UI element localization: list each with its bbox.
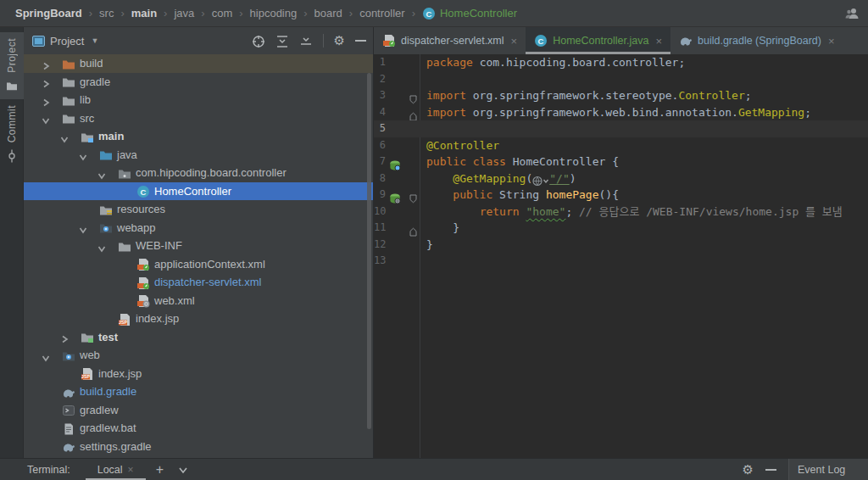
chevron-down-icon[interactable] xyxy=(97,241,107,251)
editor-tab-homecontroller-java[interactable]: CHomeController.java× xyxy=(526,27,670,54)
tree-row-gradlew-bat[interactable]: gradlew.bat xyxy=(24,419,373,438)
tool-window-button-commit[interactable]: Commit xyxy=(0,99,24,169)
code-line-9[interactable]: 9 public String homePage(){ xyxy=(374,187,868,204)
chevron-down-icon[interactable] xyxy=(41,114,51,124)
spring-bean-method-icon[interactable] xyxy=(389,189,401,201)
editor-tab-build-gradle-springboard-[interactable]: build.gradle (SpringBoard)× xyxy=(670,27,843,54)
code-token: public xyxy=(453,188,499,201)
folder-resources-icon xyxy=(99,204,113,217)
collapse-all-icon[interactable] xyxy=(299,33,313,48)
code-line-11[interactable]: 11 } xyxy=(374,220,868,237)
editor-tab-dispatcher-servlet-xml[interactable]: dispatcher-servlet.xml× xyxy=(374,27,526,54)
terminal-tab-local[interactable]: Local × xyxy=(94,459,137,480)
breadcrumb-item-main[interactable]: main xyxy=(128,7,160,20)
close-icon[interactable]: × xyxy=(828,35,835,47)
code-line-6[interactable]: 6@Controller xyxy=(374,137,868,154)
tree-row-build[interactable]: build xyxy=(24,54,373,73)
close-icon[interactable]: × xyxy=(128,464,134,476)
code-line-1[interactable]: 1package com.hipcoding.board.controller; xyxy=(374,54,868,71)
tree-row-index-jsp[interactable]: JSPindex.jsp xyxy=(24,365,373,383)
code-token: @Controller xyxy=(426,139,499,152)
breadcrumb-item-com[interactable]: com xyxy=(209,7,236,20)
breadcrumb-item-springboard[interactable]: SpringBoard xyxy=(12,7,86,20)
tree-row-gradlew[interactable]: gradlew xyxy=(24,401,373,420)
code-line-3[interactable]: 3import org.springframework.stereotype.C… xyxy=(374,87,868,104)
chevron-down-icon[interactable] xyxy=(78,223,88,233)
locate-file-icon[interactable] xyxy=(252,33,265,48)
tree-row-com-hipcoding-board-controller[interactable]: com.hipcoding.board.controller xyxy=(24,164,373,182)
code-line-13[interactable]: 13 xyxy=(374,253,868,270)
tree-row-lib[interactable]: lib xyxy=(24,91,373,109)
terminal-settings-icon[interactable]: ⚙ xyxy=(743,462,754,477)
project-panel-header: Project ▼ ⚙ xyxy=(24,27,373,54)
chevron-down-icon[interactable] xyxy=(177,464,189,476)
code-line-5[interactable]: 5 xyxy=(374,120,868,137)
tree-row-dispatcher-servlet-xml[interactable]: dispatcher-servlet.xml xyxy=(24,273,373,292)
chevron-down-icon[interactable] xyxy=(41,350,51,360)
code-editor[interactable]: 1package com.hipcoding.board.controller;… xyxy=(374,54,868,458)
tree-row-resources[interactable]: resources xyxy=(24,200,373,219)
chevron-down-icon xyxy=(97,243,107,254)
new-terminal-icon[interactable]: + xyxy=(156,462,164,477)
tree-row-gradle[interactable]: gradle xyxy=(24,73,373,92)
breadcrumb-separator: › xyxy=(410,7,417,20)
tool-window-view-icon[interactable] xyxy=(32,33,45,48)
close-icon[interactable]: × xyxy=(511,35,518,47)
event-log-button[interactable]: Event Log xyxy=(788,459,868,480)
tree-row-settings-gradle[interactable]: settings.gradle xyxy=(24,438,373,456)
code-text: public String homePage(){ xyxy=(426,187,619,204)
breadcrumb-item-java[interactable]: java xyxy=(170,7,198,20)
chevron-down-icon[interactable] xyxy=(97,168,107,178)
tree-row-homecontroller[interactable]: CHomeController xyxy=(24,182,373,201)
breadcrumb-separator: › xyxy=(237,7,244,20)
tree-row-test[interactable]: test xyxy=(24,328,373,347)
spring-bean-icon[interactable] xyxy=(389,156,401,168)
chevron-down-icon[interactable] xyxy=(59,131,70,142)
tree-row-web[interactable]: web xyxy=(24,346,373,365)
settings-gear-icon[interactable]: ⚙ xyxy=(334,33,345,48)
chevron-right-icon[interactable] xyxy=(41,77,51,87)
close-icon[interactable]: × xyxy=(655,35,662,47)
tree-row-applicationcontext-xml[interactable]: applicationContext.xml xyxy=(24,255,373,274)
line-number: 9 xyxy=(374,187,386,204)
tree-row-webapp[interactable]: webapp xyxy=(24,219,373,237)
code-line-8[interactable]: 8 @GetMapping("/") xyxy=(374,170,868,187)
hide-terminal-icon[interactable] xyxy=(765,469,776,471)
breadcrumb-item-homecontroller[interactable]: CHomeController xyxy=(419,7,520,20)
tree-row-label: main xyxy=(98,130,124,142)
web-xml-icon xyxy=(136,294,150,308)
breadcrumb-label: board xyxy=(314,7,342,20)
folder-icon xyxy=(62,112,75,126)
tree-row-src[interactable]: src xyxy=(24,109,373,128)
chevron-down-icon[interactable]: ▼ xyxy=(91,36,98,45)
hide-panel-icon[interactable] xyxy=(355,40,366,42)
code-line-2[interactable]: 2 xyxy=(374,71,868,88)
code-line-4[interactable]: 4import org.springframework.web.bind.ann… xyxy=(374,104,868,121)
tree-scrollbar[interactable] xyxy=(367,73,371,429)
gradle-icon xyxy=(62,440,75,454)
breadcrumb-item-board[interactable]: board xyxy=(311,7,346,20)
tree-row-label: java xyxy=(117,148,137,161)
code-line-7[interactable]: 7public class HomeController { xyxy=(374,153,868,170)
expand-all-icon[interactable] xyxy=(275,33,289,48)
tree-row-main[interactable]: main xyxy=(24,127,373,146)
tree-row-build-gradle[interactable]: build.gradle xyxy=(24,382,373,401)
breadcrumb-item-controller[interactable]: controller xyxy=(356,7,408,20)
chevron-right-icon[interactable] xyxy=(41,59,51,69)
tree-row-web-inf[interactable]: WEB-INF xyxy=(24,237,373,255)
breadcrumb-item-hipcoding[interactable]: hipcoding xyxy=(247,7,301,20)
tree-row-java[interactable]: java xyxy=(24,146,373,165)
users-icon[interactable] xyxy=(844,6,860,21)
tree-row-index-jsp[interactable]: JSPindex.jsp xyxy=(24,310,373,328)
chevron-right-icon xyxy=(41,61,51,71)
tree-row-label: build xyxy=(80,57,103,70)
chevron-down-icon[interactable] xyxy=(78,150,88,160)
folder-main-icon xyxy=(81,130,94,143)
tool-window-button-project[interactable]: Project xyxy=(0,32,24,99)
tree-row-web-xml[interactable]: web.xml xyxy=(24,292,373,310)
breadcrumb-item-src[interactable]: src xyxy=(96,7,117,20)
chevron-right-icon[interactable] xyxy=(41,95,51,105)
code-line-12[interactable]: 12} xyxy=(374,237,868,254)
code-line-10[interactable]: 10 return "home"; // 응답으로 /WEB-INF/views… xyxy=(374,204,868,220)
chevron-right-icon[interactable] xyxy=(59,332,70,343)
